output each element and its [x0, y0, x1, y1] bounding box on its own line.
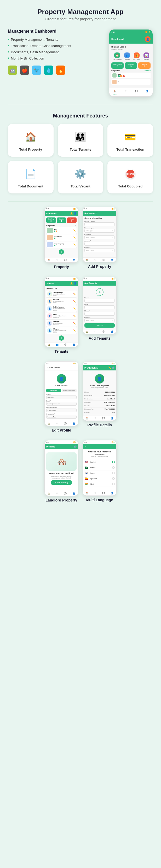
bnav-home[interactable]: 🏠: [86, 492, 88, 494]
select-tenant-country[interactable]: Select Country▼: [84, 318, 115, 322]
bnav-heart[interactable]: ♡: [95, 417, 96, 420]
bnav-home[interactable]: 🏠: [86, 259, 88, 261]
label-prop-name: Property Name*: [84, 221, 115, 222]
lang-hindi[interactable]: 🇮🇳 Hindi: [84, 482, 115, 487]
tenant-edit-5[interactable]: ✏️: [73, 322, 76, 324]
total-occupied-label: Total Occupied: [118, 184, 142, 188]
qa-add-property[interactable]: 🏠 Add Property: [113, 53, 122, 60]
bnav-tenants[interactable]: 👥: [56, 344, 58, 346]
radio-korea[interactable]: [112, 472, 115, 474]
back-arrow[interactable]: ←: [46, 367, 48, 369]
bnav-user[interactable]: 👤: [73, 259, 75, 261]
tenant-4[interactable]: 👤 ratan dr.ratan4@gmail.com... 0 tenants…: [46, 312, 77, 319]
bnav-home[interactable]: 🏠 Home: [113, 89, 116, 95]
bnav-user[interactable]: 👤: [111, 259, 113, 261]
bnav-user[interactable]: 👤: [73, 423, 75, 425]
lang-english[interactable]: 🇺🇸 English: [84, 460, 115, 465]
edit-icon-3[interactable]: ✏️: [73, 244, 76, 246]
select-country[interactable]: Select Country▼: [84, 249, 115, 252]
input-tenant-name[interactable]: [84, 299, 115, 303]
prop-item-3[interactable]: arup property ✏️: [46, 242, 77, 248]
edit-input-email[interactable]: landlord@ronest.com: [46, 402, 77, 406]
qa-tenants[interactable]: 👥 Tenants: [124, 53, 130, 60]
bnav-home[interactable]: 🏠: [48, 259, 50, 261]
bnav-heart[interactable]: ♡: [124, 89, 127, 95]
bnav-heart[interactable]: ♡: [95, 259, 96, 261]
add-tenant-avatar[interactable]: +: [96, 288, 104, 296]
bnav-home[interactable]: 🏠: [48, 492, 50, 495]
profile-details-avatar: 👤: [95, 374, 104, 383]
input-tenant-phone[interactable]: [84, 312, 115, 316]
bnav-user[interactable]: 👤: [73, 344, 75, 346]
bnav-heart[interactable]: ♡: [56, 259, 58, 261]
tenant-3[interactable]: 👤 Rakin Hossein dr.rakin@gmail.com 0 N/A…: [46, 305, 77, 312]
bnav-user[interactable]: 👤: [111, 417, 113, 420]
lang-arabic[interactable]: 🇸🇦 Arabic: [84, 465, 115, 470]
tenant-2[interactable]: 👤 test 565 dr.test@gmail.com 0 N/A ✏️: [46, 298, 77, 305]
bnav-chat[interactable]: 💬: [64, 423, 66, 425]
edit-input-phone[interactable]: 01810000073: [46, 408, 77, 412]
select-category[interactable]: Select Catagory▼: [84, 236, 115, 239]
lang-header-title: Choose Your Preferred Language: [84, 451, 115, 455]
submit-tenant-btn[interactable]: Submit: [84, 323, 115, 328]
bnav-home[interactable]: 🏠: [48, 344, 50, 346]
radio-spanish[interactable]: [112, 477, 115, 480]
qa-transactions[interactable]: 💰 Add Trans...: [133, 53, 141, 60]
tenant-edit-1[interactable]: ✏️: [73, 293, 76, 295]
lang-korea[interactable]: 🇰🇷 Korea: [84, 470, 115, 476]
edit-input-name[interactable]: Land Lord 2: [46, 396, 77, 399]
bnav-home[interactable]: 🏠: [86, 331, 88, 333]
bnav-chat[interactable]: 💬: [64, 344, 67, 346]
tenant-edit-6[interactable]: ✏️: [73, 330, 76, 332]
tenant-1[interactable]: 👤 Seid Hassan dr.seid@gmail.com 0 N/A ✏️: [46, 290, 77, 297]
bnav-chat[interactable]: 💬: [102, 417, 105, 420]
add-property-fab[interactable]: +: [59, 249, 64, 254]
tenant-edit-4[interactable]: ✏️: [73, 315, 76, 317]
bnav-home[interactable]: 🏠: [86, 417, 88, 420]
tenant-edit-2[interactable]: ✏️: [73, 300, 76, 303]
bnav-user[interactable]: 👤: [111, 331, 113, 333]
prop-item-1[interactable]: Nike ✏️: [46, 227, 77, 234]
bnav-heart[interactable]: ♡: [56, 423, 58, 425]
tab-reset-password[interactable]: Reset Password: [62, 389, 77, 392]
qa-reports[interactable]: 📊 Reports: [143, 53, 149, 60]
bnav-heart[interactable]: ♡: [95, 331, 96, 333]
edit-input-occupation[interactable]: Business Man: [46, 415, 77, 419]
tab-basic-info[interactable]: Basic Info: [46, 389, 61, 392]
radio-english[interactable]: [112, 461, 115, 463]
bnav-chat[interactable]: 💬: [64, 259, 66, 261]
edit-icon-1[interactable]: ✏️: [73, 229, 76, 232]
tenant-avatar-2: 👤: [47, 299, 52, 304]
add-property-icon: 🏠: [114, 53, 120, 58]
bnav-user[interactable]: 👤: [111, 492, 113, 494]
add-tenant-fab[interactable]: +: [59, 336, 64, 341]
tenant-edit-3[interactable]: ✏️: [73, 308, 76, 310]
bnav-chat[interactable]: 💬: [102, 331, 105, 333]
tenant-5[interactable]: 👤 arup paul arup@mail.com 0 tenants ✏️: [46, 320, 77, 327]
page-subtitle: Greatest features for property managemen…: [5, 17, 156, 21]
bnav-chat[interactable]: 💬: [102, 259, 105, 261]
bnav-chat[interactable]: 💬: [135, 89, 138, 95]
bnav-chat[interactable]: 💬: [64, 492, 66, 495]
select-prop-type[interactable]: Select Type▼: [84, 229, 115, 232]
label-tenant-phone: Phone*: [84, 310, 115, 312]
welcome-add-btn[interactable]: + Add property: [51, 480, 72, 485]
property-item-1[interactable]: Nike: [111, 72, 151, 78]
prop-item-2[interactable]: areal Tech ✏️: [46, 235, 77, 241]
tenant-6[interactable]: 👤 Shapna dr.shapna@gmail.com 0 N/A ✏️: [46, 327, 77, 334]
bnav-heart[interactable]: ♡: [95, 492, 96, 494]
property-item-2[interactable]: ... ...: [111, 79, 151, 85]
input-address[interactable]: [84, 242, 115, 246]
lang-spanish[interactable]: 🇪🇸 Spanish: [84, 476, 115, 482]
bnav-user[interactable]: 👤: [73, 492, 75, 495]
radio-hindi[interactable]: [112, 483, 115, 485]
input-tenant-email[interactable]: [84, 305, 115, 309]
input-prop-name[interactable]: [84, 222, 115, 226]
edit-icon-2[interactable]: ✏️: [73, 237, 76, 239]
bnav-profile[interactable]: 👤: [145, 89, 149, 95]
multi-lang-status: 9:41📶🔋: [83, 440, 116, 444]
radio-arabic[interactable]: [112, 466, 115, 469]
bnav-chat[interactable]: 💬: [102, 492, 105, 494]
bnav-heart[interactable]: ♡: [56, 492, 58, 495]
bnav-home[interactable]: 🏠: [48, 423, 50, 425]
